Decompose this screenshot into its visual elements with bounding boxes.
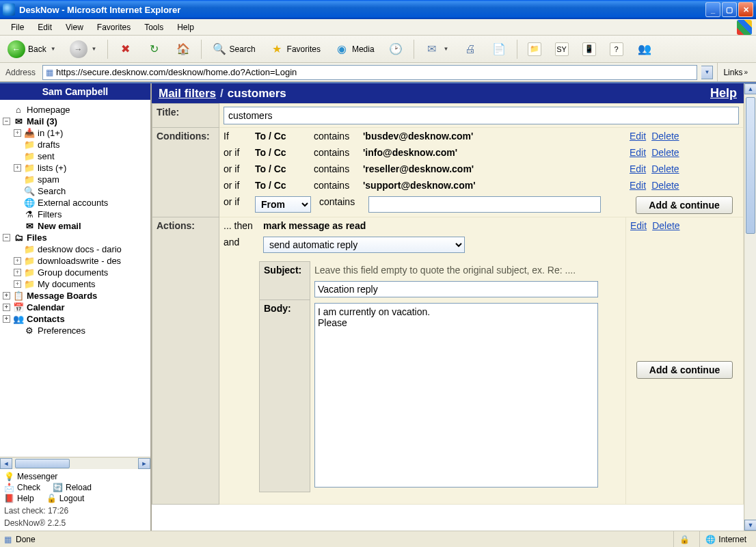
home-button[interactable]: 🏠 bbox=[171, 39, 195, 59]
print-button[interactable]: 🖨 bbox=[458, 39, 483, 59]
nav-mail-drafts[interactable]: 📁drafts bbox=[3, 139, 149, 150]
nav-mail-new[interactable]: ✉New email bbox=[3, 220, 149, 232]
expand-icon[interactable]: + bbox=[14, 269, 21, 276]
cond-delete-link[interactable]: Delete bbox=[651, 163, 679, 174]
expand-icon[interactable]: + bbox=[14, 129, 21, 137]
nav-mail[interactable]: −✉Mail (3) bbox=[3, 116, 149, 127]
filter-title-input[interactable] bbox=[224, 107, 739, 124]
cond-prefix: or if bbox=[219, 161, 251, 177]
nav-homepage[interactable]: ⌂Homepage bbox=[3, 104, 149, 116]
nav-preferences[interactable]: ⚙Preferences bbox=[3, 325, 149, 336]
menu-favorites[interactable]: Favorites bbox=[90, 21, 137, 34]
media-button[interactable]: ◉Media bbox=[329, 39, 379, 59]
cond-edit-link[interactable]: Edit bbox=[630, 131, 646, 142]
cond-field: To / Cc bbox=[251, 144, 310, 161]
scroll-track[interactable] bbox=[745, 94, 756, 520]
nav-files-dlw[interactable]: +📁downloadswrite - des bbox=[3, 255, 149, 267]
forward-button[interactable]: → ▼ bbox=[65, 39, 102, 59]
ext-button-2[interactable]: SY bbox=[550, 39, 573, 59]
collapse-icon[interactable]: − bbox=[3, 234, 10, 241]
history-button[interactable]: 🕑 bbox=[383, 39, 408, 59]
action-delete-link[interactable]: Delete bbox=[652, 220, 679, 231]
nav-mail-sent[interactable]: 📁sent bbox=[3, 150, 149, 162]
nav-files-dnd[interactable]: 📁desknow docs - dario bbox=[3, 243, 149, 255]
nav-files[interactable]: −🗂Files bbox=[3, 232, 149, 243]
expand-icon[interactable]: + bbox=[14, 164, 21, 172]
action-edit-link[interactable]: Edit bbox=[630, 220, 647, 231]
cond-delete-link[interactable]: Delete bbox=[651, 131, 679, 142]
breadcrumb-root[interactable]: Mail filters bbox=[159, 87, 216, 101]
nav-calendar[interactable]: +📅Calendar bbox=[3, 302, 149, 313]
scroll-right-button[interactable]: ► bbox=[138, 458, 150, 469]
menu-edit[interactable]: Edit bbox=[31, 21, 59, 34]
messenger-button[interactable]: 👥 bbox=[632, 39, 657, 59]
window-minimize-button[interactable]: _ bbox=[705, 2, 720, 17]
expand-icon[interactable]: + bbox=[3, 292, 10, 299]
nav-mail-filters[interactable]: ⚗Filters bbox=[3, 209, 149, 220]
nav-files-mydocs[interactable]: +📁My documents bbox=[3, 278, 149, 290]
window-maximize-button[interactable]: ▢ bbox=[722, 2, 737, 17]
window-close-button[interactable]: ✕ bbox=[738, 2, 753, 17]
expand-icon[interactable]: + bbox=[3, 315, 10, 323]
folder-icon: 📁 bbox=[24, 174, 35, 185]
scroll-left-button[interactable]: ◄ bbox=[0, 458, 12, 469]
menu-view[interactable]: View bbox=[59, 21, 90, 34]
add-condition-button[interactable]: Add & continue bbox=[636, 196, 732, 214]
menu-file[interactable]: File bbox=[4, 21, 31, 34]
subject-input[interactable] bbox=[314, 281, 598, 297]
cond-edit-link[interactable]: Edit bbox=[630, 163, 646, 174]
action-select[interactable]: send automatic reply bbox=[263, 237, 465, 253]
body-textarea[interactable] bbox=[314, 303, 598, 488]
address-input-wrap[interactable]: ▦ bbox=[42, 65, 697, 80]
sidebar-hscroll[interactable]: ◄ ► bbox=[0, 457, 150, 469]
help-link[interactable]: 📕Help bbox=[4, 494, 34, 503]
scroll-up-button[interactable]: ▲ bbox=[744, 83, 756, 94]
new-cond-value-input[interactable] bbox=[368, 196, 601, 213]
cond-edit-link[interactable]: Edit bbox=[630, 180, 646, 191]
address-input[interactable] bbox=[56, 67, 694, 77]
nav-mail-lists[interactable]: +📁lists (+) bbox=[3, 162, 149, 174]
favorites-button[interactable]: ★Favorites bbox=[265, 39, 325, 59]
check-link[interactable]: 📩Check bbox=[4, 483, 40, 492]
scroll-thumb[interactable] bbox=[746, 97, 755, 234]
refresh-button[interactable]: ↻ bbox=[142, 39, 167, 59]
ext-button-3[interactable]: 📱 bbox=[578, 39, 601, 59]
scroll-track[interactable] bbox=[12, 458, 138, 469]
back-button[interactable]: ← Back ▼ bbox=[3, 39, 61, 59]
new-cond-field-select[interactable]: From bbox=[255, 196, 311, 213]
reload-link[interactable]: 🔄Reload bbox=[53, 483, 92, 492]
nav-files-group[interactable]: +📁Group documents bbox=[3, 267, 149, 278]
address-dropdown-button[interactable]: ▼ bbox=[701, 66, 713, 79]
expand-icon[interactable]: + bbox=[14, 257, 21, 265]
menu-tools[interactable]: Tools bbox=[137, 21, 170, 34]
cond-delete-link[interactable]: Delete bbox=[651, 180, 679, 191]
collapse-icon[interactable]: − bbox=[3, 118, 10, 125]
stop-button[interactable]: ✖ bbox=[113, 39, 138, 59]
ext-button-4[interactable]: ? bbox=[605, 39, 628, 59]
help-link[interactable]: Help bbox=[710, 86, 737, 101]
links-button[interactable]: Links» bbox=[717, 63, 753, 81]
nav-mail-spam[interactable]: 📁spam bbox=[3, 174, 149, 185]
expand-icon[interactable]: + bbox=[14, 280, 21, 288]
cond-delete-link[interactable]: Delete bbox=[651, 147, 679, 158]
search-button[interactable]: 🔍Search bbox=[207, 39, 260, 59]
menu-help[interactable]: Help bbox=[170, 21, 201, 34]
scroll-down-button[interactable]: ▼ bbox=[744, 520, 756, 531]
history-icon: 🕑 bbox=[388, 42, 403, 57]
mail-button[interactable]: ✉▼ bbox=[420, 39, 454, 59]
nav-mail-search[interactable]: 🔍Search bbox=[3, 185, 149, 197]
nav-boards[interactable]: +📋Message Boards bbox=[3, 290, 149, 302]
nav-mail-external[interactable]: 🌐External accounts bbox=[3, 197, 149, 209]
edit-button[interactable]: 📄 bbox=[487, 39, 511, 59]
body-label: Body: bbox=[260, 300, 310, 492]
cond-edit-link[interactable]: Edit bbox=[630, 147, 646, 158]
nav-contacts[interactable]: +👥Contacts bbox=[3, 313, 149, 325]
logout-link[interactable]: 🔓Logout bbox=[46, 494, 85, 503]
scroll-thumb[interactable] bbox=[15, 459, 70, 468]
expand-icon[interactable]: + bbox=[3, 304, 10, 311]
messenger-link[interactable]: 💡Messenger bbox=[4, 472, 146, 481]
add-action-button[interactable]: Add & continue bbox=[636, 361, 733, 379]
ext-button-1[interactable]: 📁 bbox=[523, 39, 546, 59]
browser-vscroll[interactable]: ▲ ▼ bbox=[744, 83, 756, 531]
nav-mail-in[interactable]: +📥in (1+) bbox=[3, 127, 149, 139]
